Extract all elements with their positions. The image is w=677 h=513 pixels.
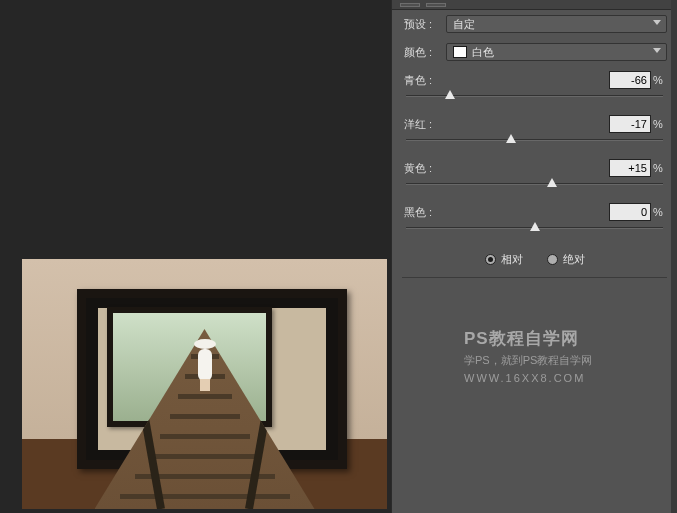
person-figure <box>194 339 216 389</box>
preset-label: 预设 : <box>404 17 440 32</box>
canvas-area <box>0 0 388 513</box>
header-swatch-icon <box>426 3 446 7</box>
slider-magenta: 洋红 : % <box>392 110 677 150</box>
magenta-unit: % <box>651 118 665 130</box>
color-row: 颜色 : 白色 <box>392 38 677 66</box>
panel-header <box>392 0 677 10</box>
header-swatch-icon <box>400 3 420 7</box>
black-unit: % <box>651 206 665 218</box>
cyan-input[interactable] <box>609 71 651 89</box>
mode-row: 相对 绝对 <box>392 242 677 277</box>
mode-absolute-radio[interactable]: 绝对 <box>547 252 585 267</box>
magenta-label: 洋红 : <box>404 117 438 132</box>
slider-cyan: 青色 : % <box>392 66 677 106</box>
cyan-unit: % <box>651 74 665 86</box>
black-input[interactable] <box>609 203 651 221</box>
magenta-slider-handle[interactable] <box>506 134 516 143</box>
magenta-slider-track[interactable] <box>406 136 663 150</box>
watermark-title: PS教程自学网 <box>464 325 667 352</box>
radio-icon <box>485 254 496 265</box>
cyan-slider-track[interactable] <box>406 92 663 106</box>
yellow-input[interactable] <box>609 159 651 177</box>
black-slider-handle[interactable] <box>530 222 540 231</box>
preset-row: 预设 : 自定 <box>392 10 677 38</box>
preset-select[interactable]: 自定 <box>446 15 667 33</box>
preset-value: 自定 <box>453 17 475 32</box>
black-slider-track[interactable] <box>406 224 663 238</box>
yellow-slider-track[interactable] <box>406 180 663 194</box>
magenta-input[interactable] <box>609 115 651 133</box>
mode-absolute-label: 绝对 <box>563 252 585 267</box>
cyan-label: 青色 : <box>404 73 438 88</box>
watermark-url: WWW.16XX8.COM <box>464 370 667 388</box>
cyan-slider-handle[interactable] <box>445 90 455 99</box>
watermark-sub: 学PS，就到PS教程自学网 <box>464 352 667 370</box>
slider-black: 黑色 : % <box>392 198 677 238</box>
mode-relative-label: 相对 <box>501 252 523 267</box>
slider-yellow: 黄色 : % <box>392 154 677 194</box>
color-swatch-icon <box>453 46 467 58</box>
black-label: 黑色 : <box>404 205 438 220</box>
color-select[interactable]: 白色 <box>446 43 667 61</box>
yellow-slider-handle[interactable] <box>547 178 557 187</box>
preview-image <box>22 259 387 509</box>
watermark: PS教程自学网 学PS，就到PS教程自学网 WWW.16XX8.COM <box>464 325 667 387</box>
chevron-down-icon <box>653 20 661 25</box>
divider <box>402 277 667 278</box>
yellow-unit: % <box>651 162 665 174</box>
yellow-label: 黄色 : <box>404 161 438 176</box>
color-label: 颜色 : <box>404 45 440 60</box>
mode-relative-radio[interactable]: 相对 <box>485 252 523 267</box>
scrollbar[interactable] <box>671 0 677 513</box>
selective-color-panel: 预设 : 自定 颜色 : 白色 青色 : % 洋红 : <box>391 0 677 513</box>
radio-icon <box>547 254 558 265</box>
color-value: 白色 <box>472 45 494 60</box>
chevron-down-icon <box>653 48 661 53</box>
